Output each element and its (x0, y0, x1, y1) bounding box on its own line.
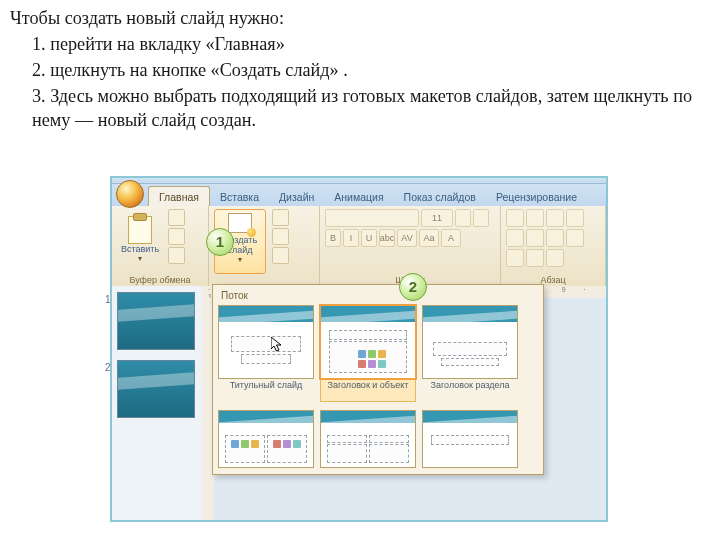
tab-home[interactable]: Главная (148, 186, 210, 206)
step-3: 3. Здесь можно выбрать подходящий из гот… (32, 84, 710, 132)
tab-design[interactable]: Дизайн (269, 187, 324, 206)
paste-button[interactable]: Вставить ▾ (117, 209, 163, 269)
slides-mini-buttons (270, 209, 289, 264)
thumb-number-2: 2 (105, 362, 111, 373)
callout-marker-2: 2 (399, 273, 427, 301)
gallery-theme-title: Поток (219, 289, 537, 305)
callout-marker-1: 1 (206, 228, 234, 256)
layout-title-slide[interactable]: Титульный слайд (219, 305, 313, 402)
mouse-cursor-icon (271, 337, 283, 353)
font-color-button[interactable]: A (441, 229, 461, 247)
grow-font-button[interactable] (455, 209, 471, 227)
underline-button[interactable]: U (361, 229, 377, 247)
layout-title-content-label: Заголовок и объект (320, 379, 416, 402)
tab-animation[interactable]: Анимация (324, 187, 393, 206)
slide-thumbnail-2[interactable] (117, 360, 195, 418)
layout-section-header-label: Заголовок раздела (431, 379, 510, 401)
ribbon: Вставить ▾ Буфер обмена Создать слайд ▾ (112, 206, 606, 287)
align-left-button[interactable] (526, 229, 544, 247)
layout-comparison[interactable] (321, 410, 415, 468)
font-size-combo[interactable]: 11 (421, 209, 453, 227)
justify-button[interactable] (506, 249, 524, 267)
slide-thumbnail-1[interactable] (117, 292, 195, 350)
columns-button[interactable] (526, 249, 544, 267)
new-slide-icon (228, 213, 252, 233)
layout-section-header[interactable]: Заголовок раздела (423, 305, 517, 402)
layout-gallery: Поток 2 Титульный слайд (212, 284, 544, 475)
font-name-combo[interactable] (325, 209, 419, 227)
step-2: 2. щелкнуть на кнопке «Создать слайд» . (32, 58, 710, 82)
layout-title-slide-label: Титульный слайд (230, 379, 303, 401)
change-case-button[interactable]: Aa (419, 229, 439, 247)
group-paragraph: Абзац (501, 206, 606, 286)
increase-indent-button[interactable] (566, 209, 584, 227)
chevron-down-icon: ▾ (138, 254, 142, 263)
char-spacing-button[interactable]: AV (397, 229, 417, 247)
decrease-indent-button[interactable] (546, 209, 564, 227)
ribbon-tabs: Главная Вставка Дизайн Анимация Показ сл… (112, 184, 606, 206)
instruction-text: Чтобы создать новый слайд нужно: 1. пере… (0, 0, 720, 138)
slide-thumbnails-pane: 1 2 (112, 286, 213, 520)
reset-button[interactable] (272, 228, 289, 245)
align-center-button[interactable] (546, 229, 564, 247)
copy-button[interactable] (168, 228, 185, 245)
paste-label: Вставить (121, 244, 159, 254)
bullets-button[interactable] (506, 209, 524, 227)
powerpoint-screenshot: Главная Вставка Дизайн Анимация Показ сл… (110, 176, 608, 522)
italic-button[interactable]: I (343, 229, 359, 247)
line-spacing-button[interactable] (506, 229, 524, 247)
intro-line: Чтобы создать новый слайд нужно: (10, 6, 710, 30)
office-button-icon[interactable] (116, 180, 144, 208)
numbering-button[interactable] (526, 209, 544, 227)
strike-button[interactable]: abc (379, 229, 395, 247)
thumb-number-1: 1 (105, 294, 111, 305)
chevron-down-icon: ▾ (238, 255, 242, 264)
layout-button[interactable] (272, 209, 289, 226)
layout-title-content[interactable]: Заголовок и объект (321, 305, 415, 402)
text-direction-button[interactable] (546, 249, 564, 267)
align-right-button[interactable] (566, 229, 584, 247)
clipboard-mini-buttons (166, 209, 185, 269)
clipboard-icon (128, 216, 152, 244)
tab-review[interactable]: Рецензирование (486, 187, 587, 206)
workspace: 1 2 · 1 · 2 · 3 · 4 · 5 · 6 · 7 · 8 · 9 … (112, 286, 606, 520)
shrink-font-button[interactable] (473, 209, 489, 227)
bold-button[interactable]: B (325, 229, 341, 247)
group-clipboard: Вставить ▾ Буфер обмена (112, 206, 209, 286)
layout-two-content[interactable] (219, 410, 313, 468)
format-painter-button[interactable] (168, 247, 185, 264)
cut-button[interactable] (168, 209, 185, 226)
delete-slide-button[interactable] (272, 247, 289, 264)
layout-title-only[interactable] (423, 410, 517, 468)
step-1: 1. перейти на вкладку «Главная» (32, 32, 710, 56)
tab-insert[interactable]: Вставка (210, 187, 269, 206)
group-clipboard-title: Буфер обмена (117, 274, 203, 285)
tab-slideshow[interactable]: Показ слайдов (394, 187, 486, 206)
